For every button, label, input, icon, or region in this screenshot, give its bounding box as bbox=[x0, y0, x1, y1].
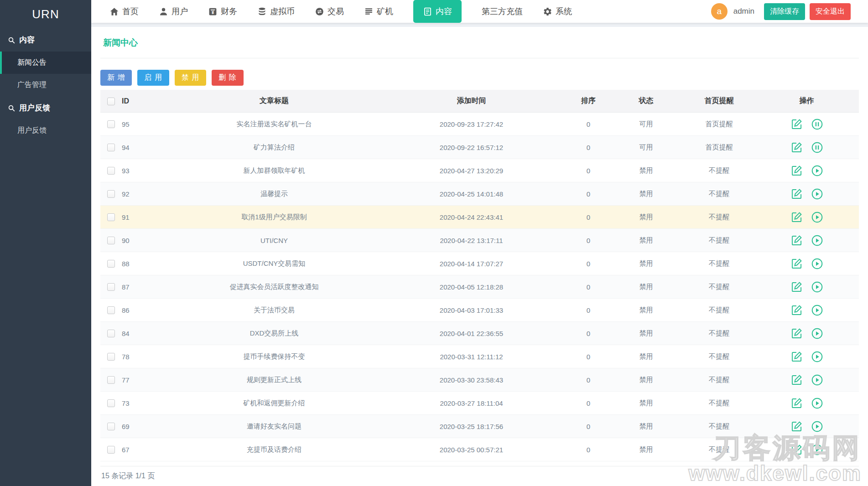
row-checkbox[interactable] bbox=[107, 446, 115, 454]
play-icon[interactable] bbox=[811, 281, 823, 293]
edit-icon[interactable] bbox=[790, 188, 803, 200]
nav-item-users[interactable]: 用户 bbox=[159, 6, 188, 17]
play-icon[interactable] bbox=[811, 374, 823, 386]
nav-item-virtual-coin[interactable]: 虚拟币 bbox=[257, 6, 295, 17]
enable-button[interactable]: 启 用 bbox=[137, 70, 169, 86]
row-checkbox[interactable] bbox=[107, 144, 115, 151]
play-icon[interactable] bbox=[811, 327, 823, 340]
sort-order: 0 bbox=[568, 229, 608, 252]
play-icon[interactable] bbox=[811, 234, 823, 247]
edit-icon[interactable] bbox=[790, 420, 803, 433]
select-all-checkbox[interactable] bbox=[107, 98, 115, 105]
edit-icon[interactable] bbox=[790, 165, 803, 177]
row-checkbox[interactable] bbox=[107, 120, 115, 128]
nav-item-system[interactable]: 系统 bbox=[543, 6, 572, 17]
table-row: 78提币手续费保持不变2020-03-31 12:11:120禁用不提醒 bbox=[100, 345, 859, 368]
row-checkbox[interactable] bbox=[107, 353, 115, 361]
row-checkbox[interactable] bbox=[107, 190, 115, 198]
avatar[interactable]: a bbox=[711, 3, 728, 20]
table-row: 90UTI/CNY2020-04-22 13:17:110禁用不提醒 bbox=[100, 229, 859, 252]
row-checkbox[interactable] bbox=[107, 260, 115, 268]
table-row: 77规则更新正式上线2020-03-30 23:58:430禁用不提醒 bbox=[100, 368, 859, 392]
row-id: 87 bbox=[121, 275, 174, 299]
play-icon[interactable] bbox=[811, 211, 823, 223]
sort-order: 0 bbox=[568, 392, 608, 415]
sort-order: 0 bbox=[568, 368, 608, 392]
play-icon[interactable] bbox=[811, 420, 823, 433]
row-checkbox[interactable] bbox=[107, 167, 115, 175]
edit-icon[interactable] bbox=[790, 304, 803, 316]
sidebar-item-news-announcement[interactable]: 新闻公告 bbox=[0, 52, 91, 74]
username-label[interactable]: admin bbox=[733, 7, 754, 16]
play-icon[interactable] bbox=[811, 351, 823, 363]
add-button[interactable]: 新 增 bbox=[100, 70, 132, 86]
sidebar-item-ad-management[interactable]: 广告管理 bbox=[0, 74, 91, 96]
added-time: 2020-04-27 13:20:29 bbox=[374, 159, 568, 182]
row-checkbox[interactable] bbox=[107, 283, 115, 291]
select-all-header-cell bbox=[100, 90, 121, 113]
row-checkbox[interactable] bbox=[107, 306, 115, 314]
added-time: 2020-04-03 17:01:33 bbox=[374, 299, 568, 322]
table-body: 95实名注册送实名矿机一台2020-09-23 17:27:420可用首页提醒9… bbox=[100, 113, 859, 461]
pause-icon[interactable] bbox=[811, 141, 823, 154]
home-remind-label: 不提醒 bbox=[684, 252, 754, 275]
actions-cell bbox=[754, 345, 859, 368]
row-id: 67 bbox=[121, 438, 174, 461]
row-checkbox[interactable] bbox=[107, 237, 115, 244]
disable-button[interactable]: 禁 用 bbox=[175, 70, 206, 86]
edit-icon[interactable] bbox=[790, 258, 803, 270]
row-checkbox[interactable] bbox=[107, 399, 115, 407]
column-header: ID bbox=[121, 90, 174, 113]
clear-cache-button[interactable]: 清除缓存 bbox=[764, 3, 805, 20]
column-header: 操作 bbox=[754, 90, 859, 113]
edit-icon[interactable] bbox=[790, 374, 803, 386]
nav-item-finance[interactable]: ¥财务 bbox=[208, 6, 237, 17]
row-checkbox[interactable] bbox=[107, 423, 115, 430]
actions-cell bbox=[754, 182, 859, 206]
table-row: 94矿力算法介绍2020-09-22 16:57:120可用首页提醒 bbox=[100, 136, 859, 159]
status-label: 禁用 bbox=[608, 299, 684, 322]
edit-icon[interactable] bbox=[790, 327, 803, 340]
play-icon[interactable] bbox=[811, 258, 823, 270]
safe-logout-button[interactable]: 安全退出 bbox=[810, 3, 851, 20]
row-id: 95 bbox=[121, 113, 174, 136]
edit-icon[interactable] bbox=[790, 281, 803, 293]
row-checkbox[interactable] bbox=[107, 376, 115, 384]
finance-icon: ¥ bbox=[208, 7, 218, 16]
column-header: 状态 bbox=[608, 90, 684, 113]
delete-button[interactable]: 删 除 bbox=[212, 70, 243, 86]
news-table: ID文章标题添加时间排序状态首页提醒操作 95实名注册送实名矿机一台2020-0… bbox=[100, 90, 859, 461]
table-row: 92温馨提示2020-04-25 14:01:480禁用不提醒 bbox=[100, 182, 859, 206]
sidebar-section-content[interactable]: 内容 bbox=[0, 28, 91, 52]
edit-icon[interactable] bbox=[790, 397, 803, 409]
edit-icon[interactable] bbox=[790, 351, 803, 363]
nav-item-home[interactable]: 首页 bbox=[109, 6, 139, 17]
added-time: 2020-03-31 12:11:12 bbox=[374, 345, 568, 368]
home-remind-label: 不提醒 bbox=[684, 438, 754, 461]
edit-icon[interactable] bbox=[790, 141, 803, 154]
pause-icon[interactable] bbox=[811, 118, 823, 130]
article-title: 取消1级用户交易限制 bbox=[174, 206, 374, 229]
sidebar-item-user-feedback[interactable]: 用户反馈 bbox=[0, 119, 91, 142]
article-title: 提币手续费保持不变 bbox=[174, 345, 374, 368]
play-icon[interactable] bbox=[811, 188, 823, 200]
play-icon[interactable] bbox=[811, 304, 823, 316]
row-checkbox[interactable] bbox=[107, 213, 115, 221]
edit-icon[interactable] bbox=[790, 444, 803, 456]
nav-item-third-party-recharge[interactable]: 第三方充值 bbox=[482, 6, 523, 17]
nav-item-trade[interactable]: 交易 bbox=[315, 6, 344, 17]
play-icon[interactable] bbox=[811, 444, 823, 456]
sort-order: 0 bbox=[568, 182, 608, 206]
nav-item-miner[interactable]: 矿机 bbox=[364, 6, 393, 17]
play-icon[interactable] bbox=[811, 397, 823, 409]
sort-order: 0 bbox=[568, 136, 608, 159]
play-icon[interactable] bbox=[811, 165, 823, 177]
edit-icon[interactable] bbox=[790, 211, 803, 223]
edit-icon[interactable] bbox=[790, 234, 803, 247]
nav-item-content[interactable]: 内容 bbox=[413, 0, 462, 23]
row-checkbox[interactable] bbox=[107, 330, 115, 337]
article-title: 邀请好友实名问题 bbox=[174, 415, 374, 438]
sidebar-section-user-feedback[interactable]: 用户反馈 bbox=[0, 96, 91, 119]
sidebar-item-label: 用户反馈 bbox=[17, 126, 47, 134]
edit-icon[interactable] bbox=[790, 118, 803, 130]
